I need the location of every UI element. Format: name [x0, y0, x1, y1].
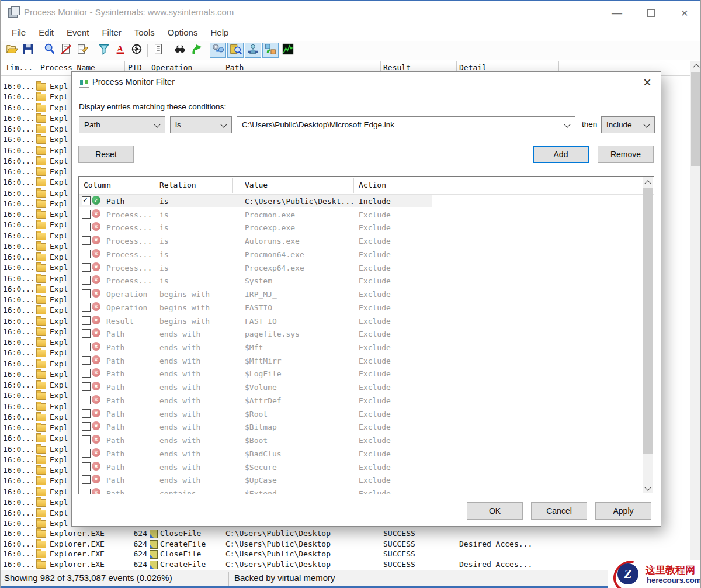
- column-header-result[interactable]: Result: [383, 63, 411, 72]
- maximize-button[interactable]: [642, 6, 660, 20]
- filter-row[interactable]: ×Pathends with$BootExclude: [79, 434, 643, 447]
- filter-row[interactable]: ×Pathends with$RootExclude: [79, 408, 643, 421]
- column-select[interactable]: Path: [79, 116, 165, 133]
- column-header-processname[interactable]: Process Name: [40, 63, 95, 72]
- filter-row[interactable]: ×Pathends with$SecureExclude: [79, 461, 643, 474]
- menu-edit[interactable]: Edit: [32, 25, 60, 40]
- menu-help[interactable]: Help: [204, 25, 235, 40]
- filter-row-checkbox[interactable]: [82, 382, 91, 391]
- event-row[interactable]: 16:0...Explorer.EXE624CloseFileC:\Users\…: [1, 549, 690, 559]
- filter-row[interactable]: ×Pathends with$MftMirrExclude: [79, 355, 643, 368]
- filter-row[interactable]: ×Operationbegins withIRP_MJ_Exclude: [79, 288, 643, 301]
- column-header-tim[interactable]: Tim...: [5, 63, 33, 72]
- filter-row-checkbox[interactable]: [82, 250, 91, 258]
- filter-row[interactable]: ×Pathends with$BadClusExclude: [79, 448, 643, 461]
- filter-row[interactable]: ×Pathends with$AttrDefExclude: [79, 395, 643, 407]
- filter-row[interactable]: ×Process...isProcexp.exeExclude: [79, 222, 643, 234]
- event-row[interactable]: 16:0...Explorer.EXE624CloseFileC:\Users\…: [1, 528, 690, 539]
- filter-row-checkbox[interactable]: [82, 210, 91, 219]
- main-vertical-scrollbar[interactable]: [690, 61, 701, 570]
- event-row[interactable]: 16:0...Expl: [1, 134, 71, 145]
- filter-list-scrollbar[interactable]: [643, 177, 653, 493]
- show-profiling-button[interactable]: [280, 43, 296, 58]
- filter-row[interactable]: ×Resultbegins withFAST IOExclude: [79, 315, 643, 328]
- event-row[interactable]: 16:0...Expl: [1, 518, 71, 529]
- event-row[interactable]: 16:0...Explorer.EXE624CreateFileC:\Users…: [1, 539, 690, 549]
- filter-row-checkbox[interactable]: [82, 422, 91, 431]
- event-row[interactable]: 16:0...Expl: [1, 508, 71, 518]
- event-row[interactable]: 16:0...Expl: [1, 295, 71, 305]
- event-row[interactable]: 16:0...Expl: [1, 156, 71, 167]
- show-registry-button[interactable]: [210, 43, 226, 58]
- scroll-thumb[interactable]: [691, 72, 701, 166]
- event-row[interactable]: 16:0...Expl: [1, 209, 71, 220]
- event-row[interactable]: 16:0...Expl: [1, 423, 71, 433]
- jump-to-button[interactable]: [188, 43, 204, 58]
- event-row[interactable]: 16:0...Expl: [1, 305, 71, 316]
- event-row[interactable]: 16:0...Expl: [1, 274, 71, 284]
- dialog-close-icon[interactable]: ×: [638, 74, 656, 91]
- menu-event[interactable]: Event: [60, 25, 95, 40]
- relation-select[interactable]: is: [170, 116, 232, 133]
- filter-row[interactable]: ×Pathends with$VolumeExclude: [79, 381, 643, 394]
- filter-row[interactable]: ×Process...isProcexp64.exeExclude: [79, 262, 643, 275]
- show-network-button[interactable]: [245, 43, 261, 58]
- save-button[interactable]: [20, 43, 36, 58]
- filter-row-checkbox[interactable]: [82, 409, 91, 418]
- event-row[interactable]: 16:0...Expl: [1, 412, 71, 423]
- filter-row[interactable]: ×Process...isSystemExclude: [79, 275, 643, 288]
- event-row[interactable]: 16:0...Expl: [1, 348, 71, 358]
- show-filesystem-button[interactable]: [227, 43, 244, 58]
- event-properties-button[interactable]: [150, 43, 166, 58]
- event-row[interactable]: 16:0...Expl: [1, 124, 71, 134]
- cancel-button[interactable]: Cancel: [531, 502, 587, 520]
- event-row[interactable]: 16:0...Expl: [1, 380, 71, 390]
- event-row[interactable]: 16:0...Expl: [1, 284, 71, 295]
- menu-filter[interactable]: Filter: [95, 25, 127, 40]
- filter-row-checkbox[interactable]: [82, 435, 91, 444]
- event-row[interactable]: 16:0...Expl: [1, 113, 71, 124]
- filter-row[interactable]: ×Process...isAutoruns.exeExclude: [79, 235, 643, 248]
- filter-row-checkbox[interactable]: [82, 316, 91, 325]
- action-select[interactable]: Include: [601, 116, 655, 133]
- filter-row[interactable]: ×Pathends with$BitmapExclude: [79, 421, 643, 434]
- filter-row-checkbox[interactable]: [82, 289, 91, 298]
- event-row[interactable]: 16:0...Expl: [1, 444, 71, 455]
- scroll-thumb[interactable]: [643, 188, 653, 454]
- filter-row[interactable]: ×Pathends with$MftExclude: [79, 341, 643, 354]
- event-row[interactable]: 16:0...Expl: [1, 92, 71, 102]
- filter-row-checkbox[interactable]: [82, 462, 91, 471]
- event-row[interactable]: 16:0...Expl: [1, 316, 71, 327]
- menu-tools[interactable]: Tools: [128, 25, 161, 40]
- target-button[interactable]: [129, 43, 145, 58]
- event-row[interactable]: 16:0...Expl: [1, 327, 71, 337]
- event-row[interactable]: 16:0...Expl: [1, 188, 71, 199]
- filter-row[interactable]: ×Process...isProcmon.exeExclude: [79, 209, 643, 222]
- event-row[interactable]: 16:0...Expl: [1, 103, 71, 113]
- event-row[interactable]: 16:0...Expl: [1, 476, 71, 486]
- event-row[interactable]: 16:0...Expl: [1, 487, 71, 497]
- filter-row-checkbox[interactable]: [82, 449, 91, 458]
- menu-options[interactable]: Options: [161, 25, 204, 40]
- event-row[interactable]: 16:0...Expl: [1, 177, 71, 188]
- column-header-pid[interactable]: PID: [128, 63, 141, 72]
- filter-row-checkbox[interactable]: ✓: [82, 196, 91, 205]
- event-row[interactable]: 16:0...Expl: [1, 359, 71, 369]
- remove-button[interactable]: Remove: [598, 146, 654, 163]
- event-row[interactable]: 16:0...Expl: [1, 81, 71, 92]
- filter-row-checkbox[interactable]: [82, 303, 91, 312]
- minimize-button[interactable]: —: [608, 6, 626, 20]
- event-row[interactable]: 16:0...Expl: [1, 402, 71, 412]
- filter-row-checkbox[interactable]: [82, 356, 91, 365]
- event-row[interactable]: 16:0...Explorer.EXE624CreateFileC:\Users…: [1, 559, 690, 570]
- filter-row-checkbox[interactable]: [82, 263, 91, 272]
- open-button[interactable]: [4, 43, 20, 58]
- event-row[interactable]: 16:0...Expl: [1, 497, 71, 508]
- event-row[interactable]: 16:0...Expl: [1, 262, 71, 273]
- event-row[interactable]: 16:0...Expl: [1, 241, 71, 252]
- event-row[interactable]: 16:0...Expl: [1, 433, 71, 444]
- apply-button[interactable]: Apply: [595, 502, 651, 520]
- show-process-button[interactable]: [262, 43, 279, 58]
- highlight-button[interactable]: A: [112, 43, 129, 58]
- menu-file[interactable]: File: [5, 25, 32, 40]
